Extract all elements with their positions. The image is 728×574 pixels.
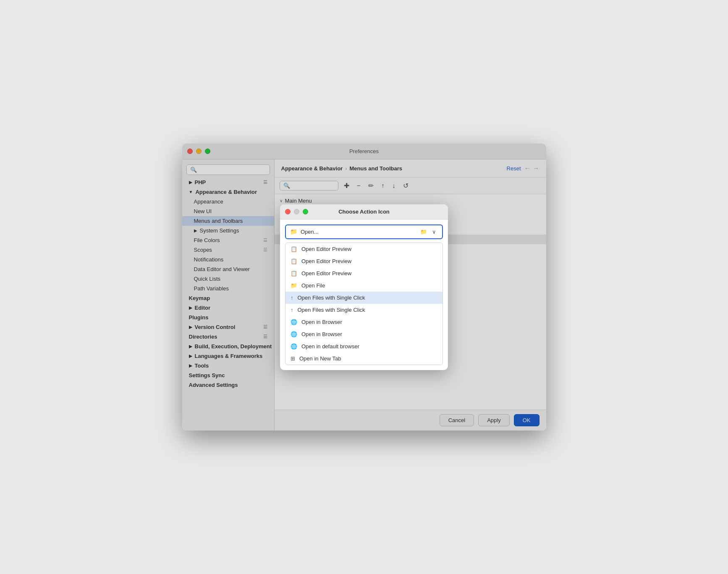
arrow-up-icon: ↑ [291, 307, 293, 313]
modal-minimize-button[interactable] [294, 209, 299, 214]
modal-dropdown-btn[interactable]: ∨ [430, 228, 438, 236]
modal-traffic-lights [285, 209, 308, 214]
modal-input-actions: 📁 ∨ [419, 228, 438, 236]
dropdown-item-open-files-single-click-2[interactable]: ↑ Open Files with Single Click [285, 304, 443, 316]
item-label: Open Files with Single Click [298, 295, 438, 301]
modal-input-folder-icon: 📁 [290, 228, 297, 235]
modal-body: 📁 📁 ∨ 📋 Open Editor Preview 📋 [280, 219, 448, 370]
dropdown-item-open-file[interactable]: 📁 Open File [285, 279, 443, 292]
modal-close-button[interactable] [285, 209, 291, 214]
modal-titlebar: Choose Action Icon [280, 204, 448, 219]
dropdown-item-open-in-default-browser[interactable]: 🌐 Open in default browser [285, 340, 443, 352]
globe-icon: 🌐 [291, 319, 297, 325]
dropdown-item-open-editor-preview-2[interactable]: 📋 Open Editor Preview [285, 255, 443, 267]
choose-action-icon-modal: Choose Action Icon 📁 📁 ∨ 📋 [280, 204, 448, 370]
new-tab-icon: ⊞ [291, 355, 295, 362]
dropdown-item-open-files-single-click-1[interactable]: ↑ Open Files with Single Click [285, 292, 443, 304]
item-label: Open Editor Preview [301, 258, 437, 264]
modal-search-row: 📁 📁 ∨ [285, 224, 443, 239]
item-label: Open in Browser [301, 319, 437, 325]
dropdown-item-open-in-browser-1[interactable]: 🌐 Open in Browser [285, 316, 443, 328]
modal-search-input[interactable] [301, 229, 415, 235]
preferences-window: Preferences 🔍 ▶ PHP ☰ ▼ Appearance & Beh… [182, 144, 546, 430]
dropdown-item-open-in-browser-2[interactable]: 🌐 Open in Browser [285, 328, 443, 340]
document-icon: 📋 [291, 246, 297, 252]
document-icon: 📋 [291, 258, 297, 264]
item-label: Open in Browser [301, 331, 437, 337]
dropdown-item-open-editor-preview-1[interactable]: 📋 Open Editor Preview [285, 243, 443, 255]
item-label: Open Editor Preview [301, 270, 437, 277]
item-label: Open Editor Preview [301, 246, 437, 252]
folder-icon: 📁 [291, 282, 297, 289]
item-label: Open in default browser [301, 343, 437, 350]
modal-folder-btn[interactable]: 📁 [419, 228, 429, 236]
globe-icon: 🌐 [291, 343, 297, 350]
modal-overlay: Choose Action Icon 📁 📁 ∨ 📋 [182, 144, 546, 430]
document-icon: 📋 [291, 270, 297, 277]
item-label: Open in New Tab [299, 355, 437, 362]
globe-icon: 🌐 [291, 331, 297, 337]
modal-title: Choose Action Icon [338, 209, 390, 215]
dropdown-item-open-editor-preview-3[interactable]: 📋 Open Editor Preview [285, 267, 443, 279]
dropdown-list: 📋 Open Editor Preview 📋 Open Editor Prev… [285, 243, 443, 365]
item-label: Open Files with Single Click [298, 307, 438, 313]
dropdown-item-open-in-new-tab[interactable]: ⊞ Open in New Tab [285, 352, 443, 365]
item-label: Open File [301, 282, 437, 289]
arrow-up-icon: ↑ [291, 295, 293, 301]
modal-maximize-button[interactable] [303, 209, 308, 214]
